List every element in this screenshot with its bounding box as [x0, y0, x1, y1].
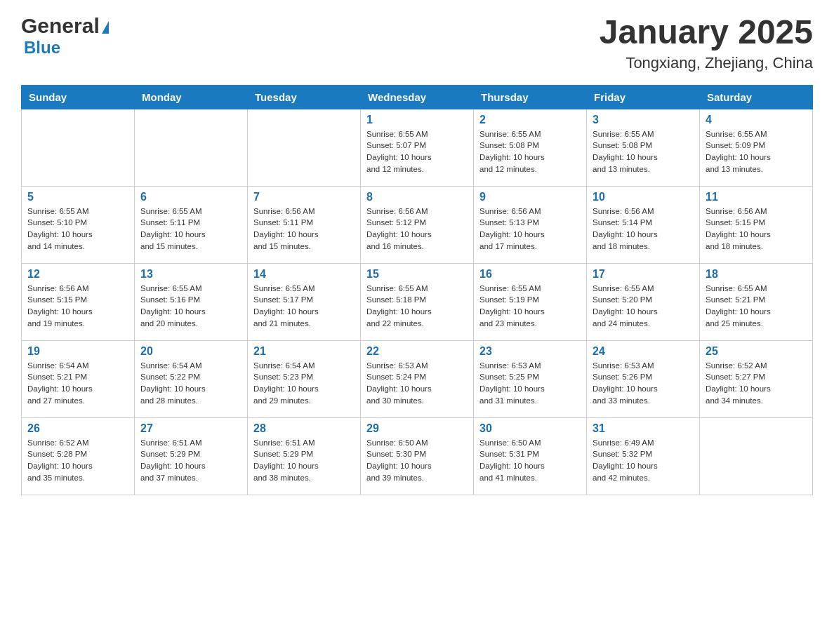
day-info: Sunrise: 6:50 AM Sunset: 5:30 PM Dayligh… [366, 437, 468, 484]
day-info: Sunrise: 6:52 AM Sunset: 5:28 PM Dayligh… [27, 437, 128, 484]
day-number: 16 [479, 268, 581, 281]
day-info: Sunrise: 6:56 AM Sunset: 5:14 PM Dayligh… [593, 206, 694, 253]
day-info: Sunrise: 6:55 AM Sunset: 5:08 PM Dayligh… [593, 128, 694, 175]
calendar-cell: 15Sunrise: 6:55 AM Sunset: 5:18 PM Dayli… [361, 263, 474, 340]
day-info: Sunrise: 6:49 AM Sunset: 5:32 PM Dayligh… [593, 437, 694, 484]
day-info: Sunrise: 6:55 AM Sunset: 5:21 PM Dayligh… [706, 283, 807, 330]
calendar-cell: 24Sunrise: 6:53 AM Sunset: 5:26 PM Dayli… [587, 340, 700, 417]
day-info: Sunrise: 6:55 AM Sunset: 5:17 PM Dayligh… [253, 283, 355, 330]
day-number: 11 [706, 191, 807, 203]
day-number: 27 [140, 422, 241, 435]
calendar-cell: 2Sunrise: 6:55 AM Sunset: 5:08 PM Daylig… [474, 109, 587, 186]
header-wednesday: Wednesday [361, 85, 474, 109]
calendar-cell: 21Sunrise: 6:54 AM Sunset: 5:23 PM Dayli… [248, 340, 361, 417]
day-number: 14 [253, 268, 355, 281]
calendar-cell: 12Sunrise: 6:56 AM Sunset: 5:15 PM Dayli… [22, 263, 135, 340]
header-friday: Friday [587, 85, 700, 109]
calendar-week-3: 12Sunrise: 6:56 AM Sunset: 5:15 PM Dayli… [22, 263, 813, 340]
calendar-cell: 30Sunrise: 6:50 AM Sunset: 5:31 PM Dayli… [474, 417, 587, 495]
calendar-table: SundayMondayTuesdayWednesdayThursdayFrid… [21, 85, 813, 495]
calendar-cell: 28Sunrise: 6:51 AM Sunset: 5:29 PM Dayli… [248, 417, 361, 495]
day-info: Sunrise: 6:54 AM Sunset: 5:22 PM Dayligh… [140, 360, 241, 407]
location-title: Tongxiang, Zhejiang, China [600, 54, 813, 72]
day-info: Sunrise: 6:54 AM Sunset: 5:23 PM Dayligh… [253, 360, 355, 407]
header-tuesday: Tuesday [248, 85, 361, 109]
calendar-cell [135, 109, 248, 186]
day-number: 20 [140, 345, 241, 358]
day-number: 30 [479, 422, 581, 435]
day-info: Sunrise: 6:56 AM Sunset: 5:15 PM Dayligh… [27, 283, 128, 330]
calendar-cell: 29Sunrise: 6:50 AM Sunset: 5:30 PM Dayli… [361, 417, 474, 495]
day-number: 5 [27, 191, 128, 203]
calendar-cell: 31Sunrise: 6:49 AM Sunset: 5:32 PM Dayli… [587, 417, 700, 495]
calendar-cell: 27Sunrise: 6:51 AM Sunset: 5:29 PM Dayli… [135, 417, 248, 495]
logo-triangle-icon [102, 21, 109, 34]
day-info: Sunrise: 6:55 AM Sunset: 5:11 PM Dayligh… [140, 206, 241, 253]
day-info: Sunrise: 6:54 AM Sunset: 5:21 PM Dayligh… [27, 360, 128, 407]
page-header: General Blue January 2025 Tongxiang, Zhe… [21, 14, 813, 72]
calendar-cell: 14Sunrise: 6:55 AM Sunset: 5:17 PM Dayli… [248, 263, 361, 340]
day-number: 10 [593, 191, 694, 203]
day-info: Sunrise: 6:56 AM Sunset: 5:13 PM Dayligh… [479, 206, 581, 253]
logo-blue-text: Blue [24, 38, 60, 58]
calendar-cell: 13Sunrise: 6:55 AM Sunset: 5:16 PM Dayli… [135, 263, 248, 340]
day-number: 9 [479, 191, 581, 203]
calendar-cell: 22Sunrise: 6:53 AM Sunset: 5:24 PM Dayli… [361, 340, 474, 417]
calendar-week-4: 19Sunrise: 6:54 AM Sunset: 5:21 PM Dayli… [22, 340, 813, 417]
calendar-week-1: 1Sunrise: 6:55 AM Sunset: 5:07 PM Daylig… [22, 109, 813, 186]
calendar-cell: 18Sunrise: 6:55 AM Sunset: 5:21 PM Dayli… [700, 263, 813, 340]
day-info: Sunrise: 6:55 AM Sunset: 5:19 PM Dayligh… [479, 283, 581, 330]
day-number: 1 [366, 114, 468, 126]
calendar-header: SundayMondayTuesdayWednesdayThursdayFrid… [22, 85, 813, 109]
day-info: Sunrise: 6:55 AM Sunset: 5:09 PM Dayligh… [706, 128, 807, 175]
day-number: 28 [253, 422, 355, 435]
day-number: 4 [706, 114, 807, 126]
calendar-body: 1Sunrise: 6:55 AM Sunset: 5:07 PM Daylig… [22, 109, 813, 495]
day-number: 13 [140, 268, 241, 281]
day-number: 23 [479, 345, 581, 358]
logo-general-text: General [21, 14, 100, 38]
calendar-cell: 19Sunrise: 6:54 AM Sunset: 5:21 PM Dayli… [22, 340, 135, 417]
title-area: January 2025 Tongxiang, Zhejiang, China [600, 14, 813, 72]
day-info: Sunrise: 6:51 AM Sunset: 5:29 PM Dayligh… [140, 437, 241, 484]
header-sunday: Sunday [22, 85, 135, 109]
calendar-week-5: 26Sunrise: 6:52 AM Sunset: 5:28 PM Dayli… [22, 417, 813, 495]
day-info: Sunrise: 6:56 AM Sunset: 5:15 PM Dayligh… [706, 206, 807, 253]
header-saturday: Saturday [700, 85, 813, 109]
day-info: Sunrise: 6:55 AM Sunset: 5:07 PM Dayligh… [366, 128, 468, 175]
day-number: 26 [27, 422, 128, 435]
calendar-cell [700, 417, 813, 495]
calendar-cell: 5Sunrise: 6:55 AM Sunset: 5:10 PM Daylig… [22, 186, 135, 263]
day-info: Sunrise: 6:55 AM Sunset: 5:20 PM Dayligh… [593, 283, 694, 330]
calendar-cell [248, 109, 361, 186]
calendar-cell: 1Sunrise: 6:55 AM Sunset: 5:07 PM Daylig… [361, 109, 474, 186]
day-info: Sunrise: 6:55 AM Sunset: 5:18 PM Dayligh… [366, 283, 468, 330]
calendar-cell: 10Sunrise: 6:56 AM Sunset: 5:14 PM Dayli… [587, 186, 700, 263]
day-info: Sunrise: 6:50 AM Sunset: 5:31 PM Dayligh… [479, 437, 581, 484]
day-info: Sunrise: 6:53 AM Sunset: 5:25 PM Dayligh… [479, 360, 581, 407]
day-number: 29 [366, 422, 468, 435]
header-thursday: Thursday [474, 85, 587, 109]
day-info: Sunrise: 6:53 AM Sunset: 5:26 PM Dayligh… [593, 360, 694, 407]
calendar-cell: 25Sunrise: 6:52 AM Sunset: 5:27 PM Dayli… [700, 340, 813, 417]
calendar-cell: 17Sunrise: 6:55 AM Sunset: 5:20 PM Dayli… [587, 263, 700, 340]
calendar-cell [22, 109, 135, 186]
calendar-cell: 8Sunrise: 6:56 AM Sunset: 5:12 PM Daylig… [361, 186, 474, 263]
day-number: 22 [366, 345, 468, 358]
day-info: Sunrise: 6:56 AM Sunset: 5:12 PM Dayligh… [366, 206, 468, 253]
calendar-cell: 20Sunrise: 6:54 AM Sunset: 5:22 PM Dayli… [135, 340, 248, 417]
calendar-cell: 26Sunrise: 6:52 AM Sunset: 5:28 PM Dayli… [22, 417, 135, 495]
day-number: 7 [253, 191, 355, 203]
day-info: Sunrise: 6:53 AM Sunset: 5:24 PM Dayligh… [366, 360, 468, 407]
calendar-cell: 4Sunrise: 6:55 AM Sunset: 5:09 PM Daylig… [700, 109, 813, 186]
calendar-cell: 9Sunrise: 6:56 AM Sunset: 5:13 PM Daylig… [474, 186, 587, 263]
calendar-cell: 11Sunrise: 6:56 AM Sunset: 5:15 PM Dayli… [700, 186, 813, 263]
day-number: 19 [27, 345, 128, 358]
day-info: Sunrise: 6:55 AM Sunset: 5:16 PM Dayligh… [140, 283, 241, 330]
day-number: 17 [593, 268, 694, 281]
logo: General Blue [21, 14, 109, 58]
day-number: 3 [593, 114, 694, 126]
day-info: Sunrise: 6:51 AM Sunset: 5:29 PM Dayligh… [253, 437, 355, 484]
day-number: 24 [593, 345, 694, 358]
header-monday: Monday [135, 85, 248, 109]
